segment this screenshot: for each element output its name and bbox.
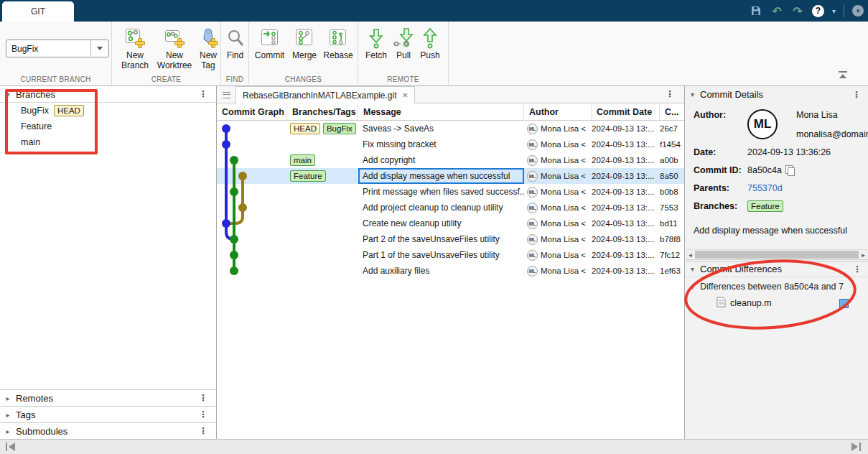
help-dropdown-icon[interactable]: ▾ xyxy=(832,7,836,15)
current-branch-combobox[interactable]: BugFix xyxy=(6,40,109,57)
redo-icon[interactable]: ↷ xyxy=(791,4,804,17)
commit-date-cell: 2024-09-13 13:... xyxy=(592,251,660,259)
section-title: Submodules xyxy=(16,426,67,437)
avatar: ML xyxy=(527,266,538,277)
commit-row[interactable]: Part 1 of the saveUnsaveFiles utilityMLM… xyxy=(217,247,684,263)
horizontal-scrollbar[interactable]: ◂ ▸ xyxy=(686,249,868,260)
section-header-tags[interactable]: ▸Tags⋮ xyxy=(0,406,216,422)
new-branch-icon xyxy=(124,26,146,50)
avatar: ML xyxy=(527,155,538,166)
pull-button[interactable]: Pull xyxy=(392,26,415,60)
new-worktree-button[interactable]: New Worktree xyxy=(154,26,195,70)
branches-panel-header[interactable]: ▾ Branches ⋮ xyxy=(0,86,216,103)
push-label: Push xyxy=(420,50,439,60)
new-branch-button[interactable]: New Branch xyxy=(118,26,152,70)
collapse-arrow-icon[interactable]: ▾ xyxy=(685,91,700,98)
parents-label: Parents: xyxy=(694,183,729,193)
fetch-icon xyxy=(365,26,387,50)
differences-group-row[interactable]: ▾ Differences between 8a50c4a and 7 xyxy=(685,279,868,295)
section-header-submodules[interactable]: ▸Submodules⋮ xyxy=(0,422,216,439)
copy-icon[interactable] xyxy=(785,165,794,175)
commit-row[interactable]: Part 2 of the saveUnsaveFiles utilityMLM… xyxy=(217,231,684,247)
section-label-remote: REMOTE xyxy=(358,75,448,83)
commit-details-header[interactable]: ▾ Commit Details ⋮ xyxy=(685,86,868,103)
commit-button[interactable]: Commit xyxy=(253,26,286,60)
diff-status-icon[interactable] xyxy=(839,299,849,308)
file-icon xyxy=(717,297,726,310)
expand-arrow-icon[interactable]: ▸ xyxy=(0,394,16,402)
find-button[interactable]: Find xyxy=(223,26,247,60)
collapse-arrow-icon[interactable]: ▾ xyxy=(685,283,700,291)
commit-row[interactable]: Fix missing bracketMLMona Lisa <2024-09-… xyxy=(217,136,684,152)
left-panel: ▾ Branches ⋮ BugFixHEADFeaturemain ▸Remo… xyxy=(0,86,217,439)
repo-document-tab[interactable]: RebaseGitBranchInMATLABExample.git × xyxy=(235,86,415,103)
diff-file-row[interactable]: cleanup.m xyxy=(685,295,868,311)
column-commit-graph[interactable]: Commit Graph xyxy=(217,103,287,120)
tab-list-icon[interactable] xyxy=(223,92,230,98)
scroll-right-icon[interactable]: ▸ xyxy=(859,251,868,259)
branches-panel-title: Branches xyxy=(16,89,55,100)
branch-list-item[interactable]: BugFixHEAD xyxy=(0,103,216,119)
rebase-label: Rebase xyxy=(323,50,353,60)
branches-menu-icon[interactable]: ⋮ xyxy=(199,89,207,99)
tabstrip-menu-icon[interactable]: ⋮ xyxy=(666,89,674,99)
commit-date-cell: 2024-09-13 13:... xyxy=(592,203,660,212)
commit-row[interactable]: Create new cleanup utilityMLMona Lisa <2… xyxy=(217,216,684,231)
commit-differences-header[interactable]: ▾ Commit Differences ⋮ xyxy=(685,261,868,277)
commit-row[interactable]: Print message when files saved successf.… xyxy=(217,184,684,200)
section-header-remotes[interactable]: ▸Remotes⋮ xyxy=(0,389,216,406)
scroll-left-icon[interactable]: ◂ xyxy=(686,251,695,259)
branch-list-item[interactable]: main xyxy=(0,134,216,150)
commit-id-cell: b78f8 xyxy=(660,235,684,244)
branch-list-item[interactable]: Feature xyxy=(0,119,216,134)
expand-arrow-icon[interactable]: ▸ xyxy=(0,427,16,435)
new-tag-button[interactable]: New Tag xyxy=(197,26,220,70)
collapse-toolstrip-icon[interactable] xyxy=(838,71,849,80)
column-author[interactable]: Author xyxy=(524,103,592,120)
commit-row[interactable]: HEADBugFixSaveas -> SaveAsMLMona Lisa <2… xyxy=(217,121,684,136)
author-text: Mona Lisa < xyxy=(541,156,586,165)
commit-row[interactable]: Add auxiliary filesMLMona Lisa <2024-09-… xyxy=(217,263,684,279)
commit-differences-menu-icon[interactable]: ⋮ xyxy=(853,264,862,274)
differences-group-label: Differences between 8a50c4a and 7 xyxy=(700,282,844,292)
commit-row[interactable]: FeatureAdd display message when successf… xyxy=(217,168,684,184)
save-icon[interactable] xyxy=(750,4,762,17)
section-label-find: FIND xyxy=(221,75,248,83)
avatar: ML xyxy=(527,139,538,150)
section-menu-icon[interactable]: ⋮ xyxy=(199,393,207,403)
column-branches-tags[interactable]: Branches/Tags xyxy=(287,103,358,120)
current-branch-dropdown-button[interactable] xyxy=(90,40,108,57)
collapse-arrow-icon[interactable]: ▾ xyxy=(0,91,16,98)
commit-message-cell: Part 2 of the saveUnsaveFiles utility xyxy=(358,231,524,247)
close-icon[interactable]: × xyxy=(403,90,409,101)
help-icon[interactable]: ? xyxy=(812,5,824,17)
commit-row[interactable]: mainAdd copyrightMLMona Lisa <2024-09-13… xyxy=(217,152,684,168)
fetch-button[interactable]: Fetch xyxy=(363,26,390,60)
rebase-button[interactable]: Rebase xyxy=(322,26,355,60)
column-message[interactable]: Message xyxy=(358,103,524,120)
collapse-left-panel-icon[interactable] xyxy=(6,443,17,451)
commit-details-title: Commit Details xyxy=(700,89,763,100)
undo-icon[interactable]: ↶ xyxy=(770,4,783,17)
merge-button[interactable]: Merge xyxy=(289,26,319,60)
section-menu-icon[interactable]: ⋮ xyxy=(199,409,207,420)
search-icon xyxy=(225,26,246,50)
scrollbar-thumb[interactable] xyxy=(695,251,859,259)
commit-message-cell: Add display message when successful xyxy=(358,168,524,184)
tab-git[interactable]: GIT xyxy=(2,1,74,22)
commit-message-cell: Add copyright xyxy=(358,152,524,168)
column-commit-date[interactable]: Commit Date xyxy=(592,103,660,120)
commit-row[interactable]: Add project cleanup to cleanup utilityML… xyxy=(217,200,684,216)
commit-differences-title: Commit Differences xyxy=(700,264,782,274)
collapse-arrow-icon[interactable]: ▾ xyxy=(685,265,700,273)
push-button[interactable]: Push xyxy=(417,26,443,60)
layout-menu-icon[interactable]: ▾ xyxy=(852,5,864,17)
commit-details-menu-icon[interactable]: ⋮ xyxy=(852,90,861,100)
collapse-right-panel-icon[interactable] xyxy=(851,443,862,451)
section-menu-icon[interactable]: ⋮ xyxy=(199,426,207,436)
commit-date-cell: 2024-09-13 13:... xyxy=(592,124,660,133)
parent-commit-link[interactable]: 755370d xyxy=(747,183,783,193)
expand-arrow-icon[interactable]: ▸ xyxy=(0,411,16,419)
commit-id-cell: 26c7 xyxy=(660,124,684,133)
column-commit-id[interactable]: C... xyxy=(660,103,684,120)
